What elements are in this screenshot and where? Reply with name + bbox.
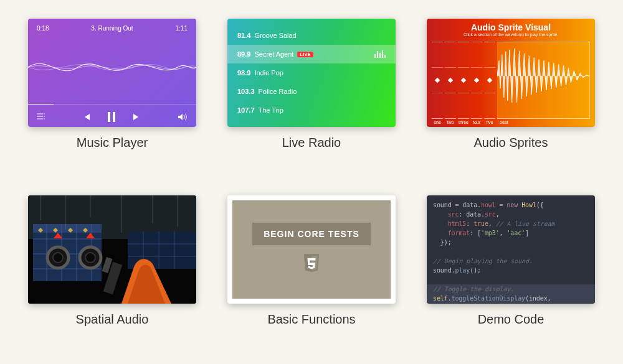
audio-sprites-thumb: Audio Sprite Visual Click a section of t… [427, 19, 595, 127]
html5-icon [302, 254, 321, 276]
svg-point-1 [44, 116, 45, 117]
pause-icon [107, 112, 116, 122]
station-row: 98.9Indie Pop [227, 63, 396, 82]
card-demo-code[interactable]: sound = data.howl = new Howl({ src: data… [427, 195, 595, 346]
demo-code-thumb: sound = data.howl = new Howl({ src: data… [427, 195, 595, 304]
playlist-icon [37, 113, 45, 121]
card-basic-functions[interactable]: BEGIN CORE TESTS Basic Functions [227, 195, 396, 346]
music-player-thumb: 0:18 3. Running Out 1:11 [28, 19, 196, 127]
equalizer-icon [374, 50, 386, 58]
station-row: 103.3Police Radio [227, 82, 396, 101]
svg-point-2 [44, 118, 45, 119]
station-row-selected: 89.9Secret Agent LIVE [227, 45, 396, 63]
spatial-audio-thumb [28, 195, 196, 304]
card-music-player[interactable]: 0:18 3. Running Out 1:11 [28, 19, 196, 169]
track-title: 3. Running Out [91, 25, 133, 32]
caption-basic: Basic Functions [267, 312, 355, 327]
demo-grid: 0:18 3. Running Out 1:11 [0, 0, 623, 346]
svg-rect-4 [113, 112, 115, 122]
volume-icon [178, 113, 188, 121]
station-row: 81.4Groove Salad [227, 26, 396, 45]
station-row: 107.7The Trip [227, 101, 396, 119]
sprites-labels: one two three four five beat [427, 119, 595, 127]
caption-music: Music Player [77, 136, 148, 150]
caption-demo: Demo Code [478, 312, 545, 327]
card-spatial-audio[interactable]: Spatial Audio [28, 195, 196, 346]
card-audio-sprites[interactable]: Audio Sprite Visual Click a section of t… [427, 19, 595, 169]
next-track-icon [132, 113, 141, 121]
live-badge: LIVE [297, 52, 313, 57]
waveform-visual [28, 49, 196, 86]
sprites-subtitle: Click a section of the waveform to play … [427, 32, 595, 37]
sprites-waveform [427, 38, 595, 119]
caption-spatial: Spatial Audio [76, 312, 149, 327]
caption-radio: Live Radio [282, 136, 341, 150]
card-live-radio[interactable]: 81.4Groove Salad 89.9Secret Agent LIVE 9… [227, 19, 396, 169]
begin-tests-button: BEGIN CORE TESTS [252, 223, 371, 245]
time-total: 1:11 [176, 25, 188, 32]
prev-track-icon [82, 113, 91, 121]
svg-point-10 [53, 253, 63, 263]
live-radio-thumb: 81.4Groove Salad 89.9Secret Agent LIVE 9… [227, 19, 396, 127]
svg-point-12 [85, 253, 95, 263]
caption-sprites: Audio Sprites [474, 136, 548, 150]
sprites-title: Audio Sprite Visual [427, 22, 595, 32]
time-elapsed: 0:18 [37, 25, 49, 32]
progress-bar [28, 104, 196, 105]
svg-rect-3 [108, 112, 110, 122]
basic-functions-thumb: BEGIN CORE TESTS [227, 195, 396, 304]
svg-point-0 [44, 113, 45, 114]
